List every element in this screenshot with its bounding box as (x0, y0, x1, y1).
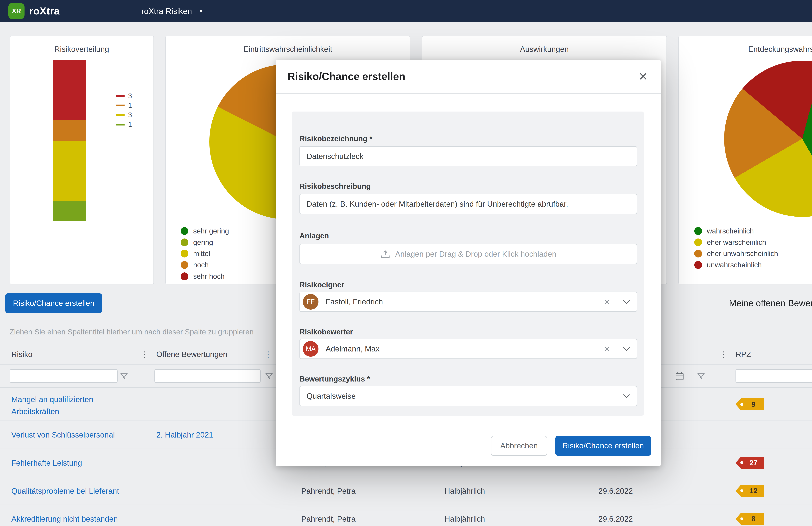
bar-segment-green (53, 201, 86, 221)
legend-item: 1 (116, 121, 132, 128)
bewertungszyklus-select[interactable]: Quartalsweise (300, 386, 637, 406)
risk-link[interactable]: Verlust von Schlüsselpersonal (11, 421, 115, 449)
legend-dash (116, 95, 125, 97)
legend-value: 1 (128, 102, 132, 109)
risk-link[interactable]: Mangel an qualifizierten Arbeitskräften (11, 394, 110, 418)
legend-value: 3 (128, 92, 132, 100)
submit-button[interactable]: Risiko/Chance erstellen (555, 436, 651, 455)
date-cell: 29.6.2022 (598, 505, 633, 526)
badge-dot (740, 403, 743, 406)
logo-text: XR (12, 7, 21, 15)
legend-dot (180, 227, 188, 235)
bar-legend: 3 1 3 1 (116, 92, 132, 131)
dialog-title: Risiko/Chance erstellen (288, 60, 405, 93)
legend-item: sehr gering (180, 227, 229, 235)
badge-dot (740, 489, 743, 492)
chevron-down-icon: ▼ (198, 8, 204, 14)
avatar: FF (303, 294, 318, 310)
risikoeigner-select[interactable]: FF Fastoll, Friedrich × (300, 292, 637, 312)
risk-link[interactable]: Fehlerhafte Leistung (11, 449, 82, 477)
column-menu-icon[interactable]: ⋮ (141, 344, 149, 365)
stacked-bar-chart (53, 60, 86, 221)
badge-dot (740, 461, 743, 464)
dialog-header: Risiko/Chance erstellen ✕ (276, 60, 661, 93)
legend-item: 1 (116, 102, 132, 109)
cycle-cell: Halbjährlich (445, 477, 485, 505)
beschreibung-input[interactable] (300, 194, 637, 214)
legend-dot (180, 238, 188, 246)
dropdown-toggle[interactable] (616, 301, 637, 303)
roxtra-logo[interactable]: XR (8, 3, 24, 19)
upload-icon (380, 249, 390, 259)
legend-item: unwahrscheinlich (694, 261, 778, 269)
legend-value: 1 (128, 121, 132, 128)
column-header-risiko[interactable]: Risiko (11, 344, 32, 365)
risk-link[interactable]: Qualitätsprobleme bei Lieferant (11, 477, 119, 505)
clear-icon[interactable]: × (598, 296, 616, 308)
filter-icon[interactable] (119, 371, 129, 382)
rpz-badge: 9 (736, 398, 764, 410)
table-row[interactable]: Akkreditierung nicht bestanden Pahrendt,… (0, 505, 812, 526)
risk-owner-cell: Pahrendt, Petra (301, 505, 356, 526)
field-label-beschreibung: Risikobeschreibung (300, 182, 371, 191)
card-title: Risikoverteilung (10, 36, 154, 54)
field-label-risikoeigner: Risikoeigner (300, 280, 344, 289)
card-risikoverteilung: Risikoverteilung 3 1 3 1 (10, 36, 154, 284)
avatar: MA (303, 341, 318, 357)
my-open-reviews-title: Meine offenen Bewertungen (729, 293, 812, 313)
bar-segment-orange (53, 120, 86, 141)
calendar-icon[interactable] (674, 371, 685, 382)
card-title: Auswirkungen (422, 36, 667, 54)
legend-item: 3 (116, 111, 132, 118)
selected-option: Quartalsweise (300, 392, 616, 400)
field-label-bezeichnung: Risikobezeichnung * (300, 134, 372, 143)
legend-item: sehr hoch (180, 273, 229, 280)
rpz-badge: 8 (736, 513, 764, 525)
filter-numbox-rpz (736, 369, 812, 383)
legend-item: wahrscheinlich (694, 227, 778, 235)
filter-icon[interactable] (264, 371, 274, 382)
legend-dot (694, 261, 702, 269)
filter-icon[interactable] (696, 371, 706, 382)
topbar: XR roXtra roXtra Risiken ▼ 31 FF (0, 0, 812, 22)
column-menu-icon[interactable]: ⋮ (720, 344, 727, 365)
clear-icon[interactable]: × (598, 343, 616, 355)
risk-owner-cell: Pahrendt, Petra (301, 477, 356, 505)
create-risk-button[interactable]: Risiko/Chance erstellen (5, 293, 102, 313)
chevron-down-icon (623, 297, 630, 304)
column-header-rpz[interactable]: RPZ (736, 344, 751, 365)
legend-item: eher warscheinlich (694, 238, 778, 246)
card-entdeckungswahrscheinlichkeit: Entdeckungswahrscheinlichkeit wahrschein… (678, 36, 812, 284)
dropdown-toggle[interactable] (616, 348, 637, 350)
legend-value: 3 (128, 111, 132, 119)
dropdown-toggle[interactable] (616, 395, 637, 397)
close-icon[interactable]: ✕ (635, 68, 652, 85)
field-label-bewertungszyklus: Bewertungszyklus * (300, 375, 370, 383)
column-menu-icon[interactable]: ⋮ (264, 344, 272, 365)
attachment-dropzone[interactable]: Anlagen per Drag & Drop oder Klick hochl… (300, 244, 637, 264)
risikobewerter-select[interactable]: MA Adelmann, Max × (300, 339, 637, 359)
filter-input-rpz[interactable] (736, 370, 812, 382)
column-header-offene-bewertungen[interactable]: Offene Bewertungen (156, 344, 227, 365)
field-label-anlagen: Anlagen (300, 231, 329, 240)
bar-segment-red (53, 60, 86, 120)
risk-link[interactable]: Akkreditierung nicht bestanden (11, 505, 118, 526)
open-review-link[interactable]: 2. Halbjahr 2021 (156, 421, 213, 449)
bezeichnung-input[interactable] (300, 146, 637, 166)
filter-input-risiko[interactable] (10, 369, 118, 383)
table-row[interactable]: Qualitätsprobleme bei Lieferant Pahrendt… (0, 477, 812, 505)
pie-legend: wahrscheinlich eher warscheinlich eher u… (694, 227, 778, 273)
chevron-down-icon (623, 344, 630, 351)
legend-dash (116, 124, 125, 126)
filter-input-offene-bewertungen[interactable] (155, 369, 261, 383)
rpz-badge: 27 (736, 457, 764, 469)
date-cell: 29.6.2022 (598, 477, 633, 505)
legend-dot (694, 227, 702, 235)
pie-chart (724, 61, 812, 217)
field-label-risikobewerter: Risikobewerter (300, 327, 353, 336)
selected-person: Adelmann, Max (325, 344, 598, 353)
legend-dot (180, 273, 188, 280)
app-switcher[interactable]: roXtra Risiken ▼ (142, 0, 204, 23)
cycle-cell: Halbjährlich (445, 505, 485, 526)
cancel-button[interactable]: Abbrechen (491, 436, 547, 455)
